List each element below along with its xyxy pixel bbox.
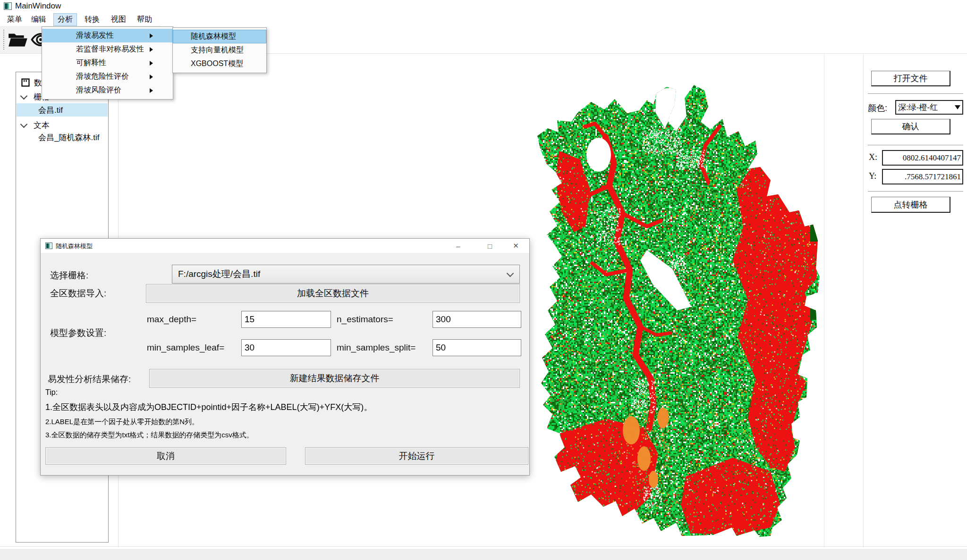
menu-item-risk-eval[interactable]: 滑坡风险评价: [42, 84, 173, 97]
title-bar: MainWindow: [0, 0, 967, 13]
n-estimators-label: n_estimators=: [337, 314, 393, 325]
submenu-item-svm[interactable]: 支持向量机模型: [173, 43, 266, 57]
submenu-arrow-icon: [150, 47, 153, 52]
confirm-button[interactable]: 确认: [871, 119, 950, 134]
dialog-icon: [45, 242, 52, 249]
toolbar-drag-handle[interactable]: [3, 30, 4, 50]
tree-group-text[interactable]: 文本: [17, 118, 108, 132]
x-coordinate-field[interactable]: 0802.6140407147: [882, 150, 963, 166]
close-button[interactable]: ✕: [505, 239, 526, 253]
run-button[interactable]: 开始运行: [305, 447, 528, 465]
max-depth-input[interactable]: [241, 311, 331, 328]
load-region-data-button[interactable]: 加载全区数据文件: [146, 284, 520, 303]
tip-line-2: 2.LABEL是在第一个因子处从零开始数的第N列。: [45, 418, 199, 426]
data-panel-icon: [21, 78, 30, 87]
dialog-title: 随机森林模型: [56, 242, 93, 251]
menu-zhuanhuan[interactable]: 转换: [80, 13, 104, 26]
analysis-menu-popup: 滑坡易发性 若监督非对称易发性 可解释性 滑坡危险性评价 滑坡风险评价: [42, 26, 173, 100]
raster-map-canvas[interactable]: [534, 71, 823, 538]
min-samples-leaf-input[interactable]: [241, 339, 331, 356]
main-window: MainWindow 菜单 编辑 分析 转换 视图 帮助: [0, 0, 967, 560]
separator: [868, 191, 963, 192]
tip-line-1: 1.全区数据表头以及内容成为OBJECTID+pointid+因子名称+LABE…: [45, 401, 372, 413]
tip-line-3: 3.全区数据的储存类型为txt格式；结果数据的存储类型为csv格式。: [45, 431, 254, 440]
tree-item-raster-label: 会昌.tif: [38, 105, 63, 116]
import-label: 全区数据导入:: [50, 287, 106, 300]
y-coordinate-field[interactable]: .7568.571721861: [882, 169, 963, 184]
min-samples-split-label: min_samples_split=: [337, 343, 416, 353]
new-result-file-button[interactable]: 新建结果数据储存文件: [149, 369, 520, 388]
submenu-item-xgboost[interactable]: XGBOOST模型: [173, 57, 266, 71]
open-file-button[interactable]: 打开文件: [871, 71, 950, 86]
submenu-arrow-icon: [150, 61, 153, 66]
map-area-right-border: [824, 54, 824, 547]
tip-title: Tip:: [45, 388, 58, 397]
submenu-arrow-icon: [150, 75, 153, 79]
menu-caidan[interactable]: 菜单: [3, 13, 26, 26]
tree-item-text-label: 会昌_随机森林.tif: [38, 132, 99, 143]
separator: [868, 93, 963, 94]
max-depth-label: max_depth=: [147, 314, 196, 325]
submenu-arrow-icon: [150, 88, 153, 93]
menu-bar: 菜单 编辑 分析 转换 视图 帮助: [0, 13, 967, 26]
maximize-button[interactable]: □: [479, 239, 500, 253]
n-estimators-input[interactable]: [433, 311, 521, 328]
tree-item-raster-file[interactable]: 会昌.tif: [17, 103, 108, 117]
color-label: 颜色:: [868, 102, 887, 114]
bottom-separator: [0, 546, 967, 547]
chevron-down-icon[interactable]: [20, 120, 28, 128]
menu-item-susceptibility[interactable]: 滑坡易发性: [42, 29, 173, 42]
raster-select-value: F:/arcgis处理/会昌.tif: [178, 268, 260, 280]
menu-item-semi-supervised[interactable]: 若监督非对称易发性: [42, 42, 173, 56]
x-label: X:: [869, 152, 877, 162]
right-panel-separator: [863, 54, 864, 547]
result-store-label: 易发性分析结果储存:: [48, 373, 131, 385]
app-icon: [4, 2, 12, 10]
menu-item-interpretability[interactable]: 可解释性: [42, 56, 173, 70]
raster-select-label: 选择栅格:: [50, 269, 88, 282]
chevron-down-icon[interactable]: [20, 92, 28, 100]
menu-item-hazard-eval[interactable]: 滑坡危险性评价: [42, 70, 173, 84]
y-label: Y:: [869, 171, 876, 181]
tree-item-text-file[interactable]: 会昌_随机森林.tif: [17, 131, 108, 144]
tree-group-text-label: 文本: [34, 120, 50, 131]
cancel-button[interactable]: 取消: [45, 447, 286, 465]
window-title: MainWindow: [15, 1, 61, 11]
minimize-button[interactable]: –: [448, 239, 469, 253]
open-folder-icon[interactable]: [8, 31, 28, 48]
menu-bangzhu[interactable]: 帮助: [133, 13, 156, 26]
color-ramp-value: 深:绿-橙-红: [898, 102, 938, 113]
min-samples-leaf-label: min_samples_leaf=: [147, 343, 224, 353]
menu-fenxi[interactable]: 分析: [53, 13, 77, 26]
menu-shitu[interactable]: 视图: [107, 13, 130, 26]
status-bar: [0, 549, 967, 560]
random-forest-dialog: 随机森林模型 – □ ✕ 选择栅格: F:/arcgis处理/会昌.tif 全区…: [40, 238, 530, 476]
raster-select-combobox[interactable]: F:/arcgis处理/会昌.tif: [172, 265, 520, 284]
submenu-item-random-forest[interactable]: 随机森林模型: [173, 30, 266, 43]
color-ramp-select[interactable]: 深:绿-橙-红: [895, 100, 963, 115]
params-label: 模型参数设置:: [50, 327, 106, 339]
separator: [868, 145, 963, 145]
chevron-down-icon: [507, 270, 514, 277]
dialog-title-bar[interactable]: 随机森林模型 – □ ✕: [41, 239, 529, 253]
submenu-arrow-icon: [150, 33, 153, 38]
model-submenu-popup: 随机森林模型 支持向量机模型 XGBOOST模型: [172, 27, 267, 73]
min-samples-split-input[interactable]: [433, 339, 521, 356]
dropdown-arrow-icon: [955, 105, 960, 109]
menu-bianji[interactable]: 编辑: [27, 13, 51, 26]
point-to-raster-button[interactable]: 点转栅格: [871, 197, 950, 213]
